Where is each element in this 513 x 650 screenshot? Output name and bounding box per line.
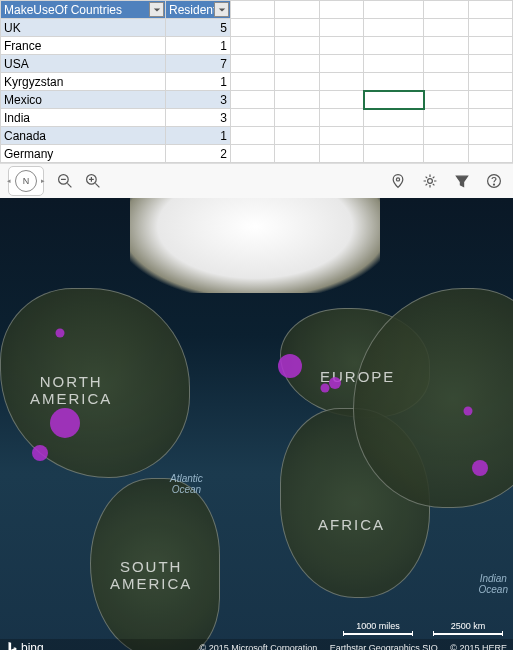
- country-cell[interactable]: Mexico: [1, 91, 166, 109]
- cell[interactable]: [468, 55, 512, 73]
- residents-cell[interactable]: 1: [166, 37, 231, 55]
- cell[interactable]: [424, 109, 468, 127]
- zoom-in-button[interactable]: [82, 170, 104, 192]
- cell[interactable]: [424, 73, 468, 91]
- cell[interactable]: [275, 73, 319, 91]
- country-cell[interactable]: India: [1, 109, 166, 127]
- header-residents[interactable]: Residents: [166, 1, 231, 19]
- cell[interactable]: [319, 145, 363, 163]
- settings-gear-icon[interactable]: [419, 170, 441, 192]
- cell[interactable]: [275, 127, 319, 145]
- cell[interactable]: [424, 19, 468, 37]
- cell[interactable]: [424, 145, 468, 163]
- scale-km-label: 2500 km: [451, 621, 486, 631]
- cell[interactable]: [275, 91, 319, 109]
- residents-cell[interactable]: 2: [166, 145, 231, 163]
- cell[interactable]: [364, 37, 424, 55]
- cell[interactable]: [275, 109, 319, 127]
- cell[interactable]: [231, 127, 275, 145]
- cell[interactable]: [364, 127, 424, 145]
- cell[interactable]: [468, 127, 512, 145]
- pan-left-icon[interactable]: ◂: [7, 177, 11, 185]
- cell[interactable]: [231, 19, 275, 37]
- zoom-out-button[interactable]: [54, 170, 76, 192]
- country-cell[interactable]: UK: [1, 19, 166, 37]
- data-bubble-germany[interactable]: [329, 377, 341, 389]
- cell[interactable]: [319, 127, 363, 145]
- table-row: Canada1: [1, 127, 513, 145]
- cell[interactable]: [468, 73, 512, 91]
- residents-cell[interactable]: 1: [166, 73, 231, 91]
- data-bubble-uk[interactable]: [278, 354, 302, 378]
- data-bubble-mexico[interactable]: [32, 445, 48, 461]
- cell[interactable]: [468, 109, 512, 127]
- cell[interactable]: [319, 19, 363, 37]
- cell[interactable]: [275, 37, 319, 55]
- cell[interactable]: [364, 145, 424, 163]
- cell[interactable]: [424, 127, 468, 145]
- country-cell[interactable]: Canada: [1, 127, 166, 145]
- cell[interactable]: [364, 19, 424, 37]
- cell[interactable]: [275, 19, 319, 37]
- cell[interactable]: [364, 73, 424, 91]
- cell[interactable]: [468, 145, 512, 163]
- residents-cell[interactable]: 7: [166, 55, 231, 73]
- cell[interactable]: [364, 109, 424, 127]
- cell[interactable]: [231, 73, 275, 91]
- country-cell[interactable]: Kyrgyzstan: [1, 73, 166, 91]
- cell[interactable]: [275, 55, 319, 73]
- table-row: Germany2: [1, 145, 513, 163]
- header-countries[interactable]: MakeUseOf Countries: [1, 1, 166, 19]
- cell[interactable]: [319, 91, 363, 109]
- cell[interactable]: [231, 145, 275, 163]
- cell[interactable]: [424, 37, 468, 55]
- cell[interactable]: [319, 73, 363, 91]
- residents-cell[interactable]: 1: [166, 127, 231, 145]
- filter-dropdown-icon[interactable]: [149, 2, 164, 17]
- cell[interactable]: [319, 109, 363, 127]
- location-pin-icon[interactable]: [387, 170, 409, 192]
- cell[interactable]: [364, 1, 424, 19]
- filter-dropdown-icon[interactable]: [214, 2, 229, 17]
- landmass-greenland: [130, 198, 380, 293]
- map-toolbar: ◂ ▸ N: [0, 163, 513, 198]
- filter-funnel-icon[interactable]: [451, 170, 473, 192]
- label-atlantic: AtlanticOcean: [170, 473, 203, 495]
- compass-control[interactable]: ◂ ▸ N: [8, 166, 44, 196]
- cell[interactable]: [468, 1, 512, 19]
- cell[interactable]: [424, 55, 468, 73]
- cell[interactable]: [424, 91, 468, 109]
- cell[interactable]: [231, 37, 275, 55]
- cell[interactable]: [319, 55, 363, 73]
- bing-map[interactable]: NORTHAMERICA SOUTHAMERICA EUROPE AFRICA …: [0, 198, 513, 650]
- cell[interactable]: [231, 55, 275, 73]
- residents-cell[interactable]: 3: [166, 91, 231, 109]
- data-bubble-canada[interactable]: [56, 329, 65, 338]
- cell[interactable]: [275, 1, 319, 19]
- residents-cell[interactable]: 5: [166, 19, 231, 37]
- data-bubble-india[interactable]: [472, 460, 488, 476]
- cell[interactable]: [468, 37, 512, 55]
- selected-cell[interactable]: [364, 91, 424, 109]
- country-cell[interactable]: Germany: [1, 145, 166, 163]
- cell[interactable]: [319, 1, 363, 19]
- cell[interactable]: [468, 91, 512, 109]
- cell[interactable]: [275, 145, 319, 163]
- cell[interactable]: [231, 1, 275, 19]
- data-bubble-usa[interactable]: [50, 408, 80, 438]
- cell[interactable]: [231, 91, 275, 109]
- cell[interactable]: [424, 1, 468, 19]
- help-icon[interactable]: [483, 170, 505, 192]
- attr-here: © 2015 HERE: [450, 643, 507, 650]
- scale-miles-label: 1000 miles: [356, 621, 400, 631]
- residents-cell[interactable]: 3: [166, 109, 231, 127]
- pan-right-icon[interactable]: ▸: [41, 177, 45, 185]
- cell[interactable]: [468, 19, 512, 37]
- cell[interactable]: [231, 109, 275, 127]
- data-bubble-france[interactable]: [321, 384, 330, 393]
- data-bubble-kyrgyzstan[interactable]: [464, 407, 473, 416]
- cell[interactable]: [364, 55, 424, 73]
- country-cell[interactable]: USA: [1, 55, 166, 73]
- country-cell[interactable]: France: [1, 37, 166, 55]
- cell[interactable]: [319, 37, 363, 55]
